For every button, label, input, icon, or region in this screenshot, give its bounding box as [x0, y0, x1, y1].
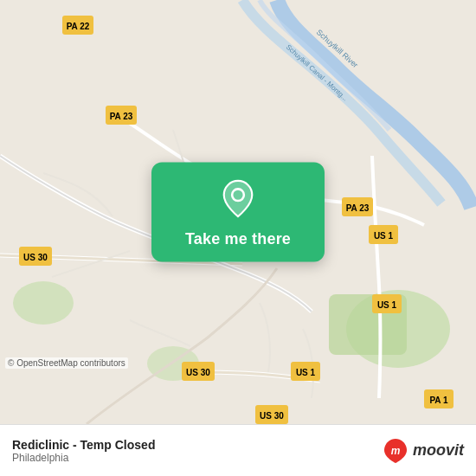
moovit-brand-icon: m: [382, 437, 409, 465]
location-name: Rediclinic - Temp Closed: [12, 438, 155, 452]
svg-text:US 1: US 1: [296, 368, 316, 377]
svg-text:US 1: US 1: [374, 231, 394, 241]
take-me-there-label: Take me there: [185, 230, 291, 248]
svg-text:US 30: US 30: [186, 368, 210, 377]
svg-text:PA 1: PA 1: [429, 396, 448, 405]
map-view: PA 22 PA 23 PA 23 US 30 US 30 US 30 US 1…: [0, 0, 476, 424]
svg-point-2: [13, 281, 74, 325]
moovit-logo[interactable]: m moovit: [382, 437, 464, 465]
svg-text:m: m: [391, 445, 401, 457]
svg-text:US 1: US 1: [377, 300, 397, 310]
svg-text:PA 23: PA 23: [110, 112, 133, 121]
location-city: Philadelphia: [12, 452, 155, 464]
svg-text:US 30: US 30: [23, 253, 48, 262]
location-info: Rediclinic - Temp Closed Philadelphia: [12, 438, 155, 464]
bottom-bar: Rediclinic - Temp Closed Philadelphia m …: [0, 424, 476, 476]
svg-text:PA 22: PA 22: [67, 22, 90, 31]
action-card[interactable]: Take me there: [151, 163, 325, 262]
location-pin-icon: [217, 178, 259, 220]
copyright-notice: © OpenStreetMap contributors: [5, 357, 128, 369]
svg-text:US 30: US 30: [260, 411, 284, 421]
moovit-text: moovit: [413, 441, 464, 460]
svg-text:PA 23: PA 23: [346, 203, 370, 213]
